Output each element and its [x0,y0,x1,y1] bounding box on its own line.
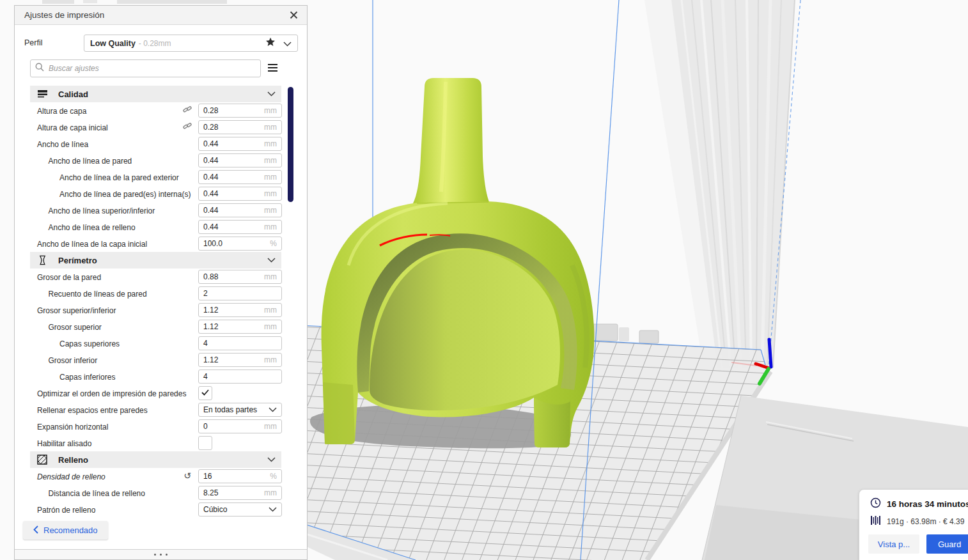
star-icon[interactable] [265,37,276,49]
setting-row: Grosor superior/inferior1.12mm [15,302,307,318]
setting-label: Patrón de relleno [37,506,95,515]
setting-unit: mm [264,123,277,132]
setting-value: 8.25 [203,488,218,497]
setting-unit: mm [264,106,277,115]
close-icon[interactable] [288,10,299,20]
recommended-mode-button[interactable]: Recomendado [23,521,108,540]
setting-input[interactable]: 1.12mm [198,353,282,367]
setting-input[interactable]: 0.44mm [198,153,282,167]
setting-input[interactable]: 0.28mm [198,104,282,118]
setting-unit: mm [264,488,277,497]
chevron-down-icon [267,457,276,462]
setting-value: 100.0 [203,239,222,248]
setting-label: Grosor superior [49,323,102,332]
setting-value: 0.28 [203,106,218,115]
setting-label: Rellenar espacios entre paredes [37,406,148,415]
setting-input[interactable]: 0.44mm [198,203,282,217]
setting-input[interactable]: 0.88mm [198,270,282,284]
quality-icon [37,89,52,98]
panel-header[interactable]: Ajustes de impresión [15,6,307,25]
setting-input[interactable]: 1.12mm [198,303,282,317]
setting-row: Ancho de línea de relleno0.44mm [15,219,307,235]
material-usage: 191g · 63.98m · € 4.39 [887,517,964,526]
link-icon [180,105,195,116]
setting-value: 0.44 [203,156,218,165]
setting-input[interactable]: 4 [198,369,282,384]
setting-unit: mm [264,156,277,165]
setting-value: 0.44 [203,222,218,231]
section-label: Relleno [58,455,88,465]
setting-dropdown[interactable]: Cúbico [198,502,282,517]
setting-row: Ancho de línea0.44mm [15,136,307,152]
setting-input[interactable]: 16% [198,469,282,483]
setting-label: Expansión horizontal [37,423,108,432]
setting-unit: mm [264,222,277,231]
setting-row: Capas superiores4 [15,335,307,352]
search-box[interactable] [30,59,261,77]
setting-checkbox[interactable] [198,386,212,400]
menu-icon[interactable] [267,63,278,75]
setting-row: Densidad de relleno↺16% [15,468,307,485]
setting-input[interactable]: 0.44mm [198,170,282,184]
setting-label: Ancho de línea de pared(es) interna(s) [59,190,191,199]
setting-value: 0.28 [203,123,218,132]
setting-value: 1.12 [203,306,218,315]
setting-input[interactable]: 4 [198,336,282,350]
resize-dot [166,554,168,556]
section-header-relleno[interactable]: Relleno [30,451,281,468]
setting-value: 2 [203,289,208,298]
setting-input[interactable]: 0.28mm [198,120,282,134]
chevron-down-icon [283,38,292,49]
setting-input[interactable]: 0.44mm [198,220,282,234]
setting-row: Rellenar espacios entre paredesEn todas … [15,401,307,418]
setting-unit: mm [264,206,277,215]
setting-input[interactable]: 8.25mm [198,486,282,500]
setting-label: Altura de capa inicial [37,123,108,132]
panel-resize-handle[interactable] [15,549,307,559]
check-icon [201,389,209,398]
setting-label: Ancho de línea de relleno [49,223,136,232]
setting-value: 1.12 [203,322,218,331]
setting-input[interactable]: 0.44mm [198,187,282,201]
printer-frame-top [42,0,227,4]
setting-label: Distancia de línea de relleno [49,489,145,498]
scrollbar-thumb[interactable] [288,87,293,202]
profile-dropdown[interactable]: Low Quality - 0.28mm [84,35,298,52]
profile-value: Low Quality [90,39,136,48]
setting-input[interactable]: 2 [198,286,282,300]
search-icon [35,63,44,74]
selected-option: Cúbico [203,505,227,514]
setting-dropdown[interactable]: En todas partes [198,403,282,417]
setting-row: Patrón de rellenoCúbico [15,501,307,518]
chevron-left-icon [33,525,38,536]
setting-input[interactable]: 100.0% [198,237,282,251]
setting-input[interactable]: 0.44mm [198,137,282,151]
selected-option: En todas partes [203,405,257,414]
section-label: Calidad [58,89,88,99]
section-label: Perímetro [58,256,97,265]
setting-unit: mm [264,139,277,148]
setting-row: Ancho de línea superior/inferior0.44mm [15,202,307,219]
preview-button[interactable]: Vista p... [868,534,919,554]
setting-value: 0 [203,422,208,431]
search-input[interactable] [47,63,256,74]
chevron-down-icon [267,258,276,263]
section-header-perimetro[interactable]: Perímetro [30,252,281,268]
profile-label: Perfil [24,38,42,47]
setting-input[interactable]: 0mm [198,419,282,433]
setting-checkbox[interactable] [198,436,212,450]
setting-unit: % [270,239,277,248]
panel-footer: Recomendado [15,518,307,550]
save-button[interactable]: Guard [926,534,968,554]
setting-label: Grosor superior/inferior [37,306,116,315]
reset-icon[interactable]: ↺ [180,471,195,481]
chevron-down-icon [269,407,277,412]
section-header-calidad[interactable]: Calidad [30,86,281,102]
setting-row: Ancho de línea de la pared exterior0.44m… [15,169,307,185]
print-time: 16 horas 34 minutos [887,499,968,509]
profile-detail: - 0.28mm [139,39,171,48]
setting-row: Recuento de líneas de pared2 [15,285,307,302]
resize-dot [154,554,156,556]
setting-label: Optimizar el orden de impresión de pared… [37,389,186,398]
setting-input[interactable]: 1.12mm [198,320,282,334]
